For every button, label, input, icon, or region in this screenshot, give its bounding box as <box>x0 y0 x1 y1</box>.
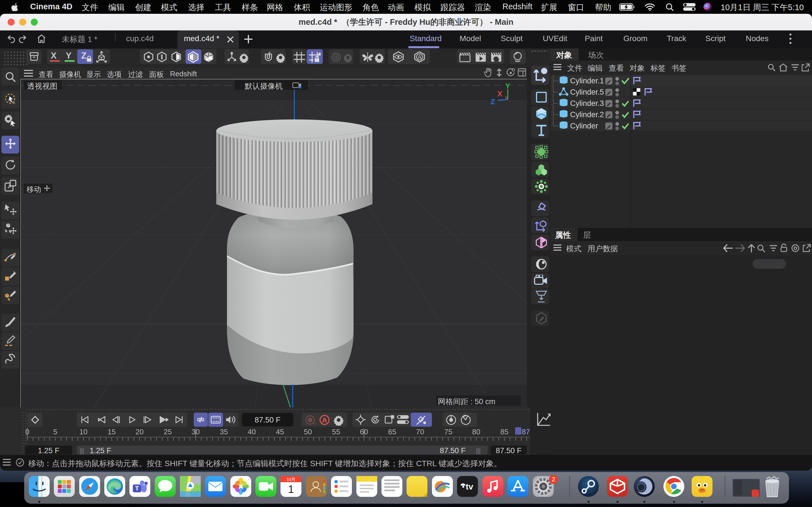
svg-text:10月: 10月 <box>287 477 296 482</box>
svg-text:T: T <box>135 485 139 492</box>
svg-text:tv: tv <box>466 482 473 491</box>
svg-text:1: 1 <box>288 483 294 495</box>
